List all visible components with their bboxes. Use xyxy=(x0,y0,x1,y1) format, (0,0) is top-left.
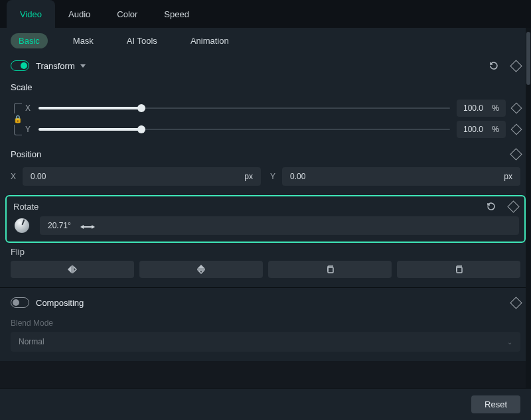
reset-icon xyxy=(489,60,499,71)
rotate-reset-button[interactable] xyxy=(485,200,497,212)
copy-icon xyxy=(325,265,335,274)
horizontal-drag-icon xyxy=(80,222,95,229)
scale-y-row: Y 100.0 % xyxy=(25,119,520,140)
bracket-top-icon xyxy=(14,103,22,113)
position-x-value: 0.00 xyxy=(31,172,46,181)
position-x-axis-label: X xyxy=(11,172,17,181)
position-row: X 0.00 px Y 0.00 px xyxy=(0,163,531,195)
flip-horizontal-icon xyxy=(67,265,78,274)
scale-y-axis-label: Y xyxy=(25,125,32,134)
scale-label: Scale xyxy=(11,82,33,92)
rotate-section: Rotate 20.71° xyxy=(5,195,526,243)
transform-header: Transform xyxy=(0,53,531,78)
tab-video-label: Video xyxy=(20,9,42,19)
position-y-value: 0.00 xyxy=(290,172,305,181)
reset-button-label: Reset xyxy=(485,399,507,409)
scale-x-value: 100.0 xyxy=(463,104,483,113)
chevron-down-icon xyxy=(80,64,86,68)
blend-mode-label: Blend Mode xyxy=(11,318,520,328)
svg-rect-1 xyxy=(457,267,462,273)
rotate-dial[interactable] xyxy=(15,218,29,233)
position-y-axis-label: Y xyxy=(270,172,277,181)
tab-speed[interactable]: Speed xyxy=(151,0,202,28)
blend-mode-value: Normal xyxy=(19,337,44,346)
flip-vertical-button[interactable] xyxy=(139,261,263,278)
tab-color-label: Color xyxy=(117,9,137,19)
flip-section: Flip xyxy=(0,243,531,287)
subtab-basic[interactable]: Basic xyxy=(11,33,48,48)
scale-y-slider[interactable] xyxy=(38,123,450,136)
chevron-down-icon: ⌄ xyxy=(507,338,512,346)
scale-y-unit: % xyxy=(492,125,499,134)
position-y-input[interactable]: 0.00 px xyxy=(282,167,520,186)
scale-y-value-input[interactable]: 100.0 % xyxy=(457,121,506,138)
tab-speed-label: Speed xyxy=(164,9,189,19)
rotate-value: 20.71° xyxy=(48,221,71,230)
position-x-unit: px xyxy=(244,172,253,181)
copy-icon xyxy=(454,265,463,274)
bracket-bottom-icon xyxy=(14,125,22,135)
rotate-label: Rotate xyxy=(13,202,38,212)
flip-vertical-icon xyxy=(196,264,206,275)
lock-button[interactable]: 🔒 xyxy=(13,115,23,123)
position-x-input[interactable]: 0.00 px xyxy=(23,167,261,186)
svg-rect-0 xyxy=(328,267,333,273)
rotate-value-input[interactable]: 20.71° xyxy=(40,216,519,235)
compositing-header: Compositing xyxy=(0,291,531,315)
scale-label-row: Scale xyxy=(0,78,531,96)
scale-y-value: 100.0 xyxy=(463,125,483,134)
flip-horizontal-button[interactable] xyxy=(11,261,134,278)
flip-label: Flip xyxy=(11,247,520,257)
subtab-basic-label: Basic xyxy=(19,36,40,46)
subtab-mask[interactable]: Mask xyxy=(65,33,102,48)
scrollbar[interactable] xyxy=(526,28,531,388)
subtab-animation-label: Animation xyxy=(190,36,229,46)
scale-lock-column: 🔒 xyxy=(11,103,25,135)
rotate-keyframe-button[interactable] xyxy=(507,200,519,212)
tab-audio-label: Audio xyxy=(68,9,90,19)
position-label-row: Position xyxy=(0,145,531,163)
subtab-animation[interactable]: Animation xyxy=(183,33,237,48)
scale-x-slider[interactable] xyxy=(38,102,450,115)
compositing-label: Compositing xyxy=(36,298,84,308)
subtab-mask-label: Mask xyxy=(73,36,94,46)
scale-x-keyframe-button[interactable] xyxy=(511,103,522,114)
reset-icon xyxy=(486,201,496,212)
scale-block: 🔒 X 100.0 % xyxy=(0,96,531,145)
scale-x-value-input[interactable]: 100.0 % xyxy=(457,100,506,117)
position-keyframe-button[interactable] xyxy=(510,148,522,160)
reset-button[interactable]: Reset xyxy=(471,395,520,413)
scale-x-axis-label: X xyxy=(25,104,32,113)
compositing-keyframe-button[interactable] xyxy=(510,297,522,309)
footer: Reset xyxy=(0,388,531,420)
tab-video[interactable]: Video xyxy=(7,0,55,28)
blend-mode-select[interactable]: Normal ⌄ xyxy=(11,332,520,352)
scale-x-unit: % xyxy=(492,104,499,113)
scale-x-row: X 100.0 % xyxy=(25,98,520,119)
sub-tabs: Basic Mask AI Tools Animation xyxy=(0,28,531,53)
subtab-ai-tools[interactable]: AI Tools xyxy=(119,33,165,48)
transform-keyframe-button[interactable] xyxy=(510,60,522,72)
transform-dropdown[interactable]: Transform xyxy=(36,61,86,71)
top-tabs: Video Audio Color Speed xyxy=(0,0,531,28)
position-label: Position xyxy=(11,149,41,159)
tab-color[interactable]: Color xyxy=(104,0,151,28)
tab-audio[interactable]: Audio xyxy=(55,0,104,28)
position-y-unit: px xyxy=(504,172,512,181)
blend-mode-block: Blend Mode Normal ⌄ xyxy=(0,315,531,361)
compositing-toggle[interactable] xyxy=(11,297,29,308)
scale-y-keyframe-button[interactable] xyxy=(511,124,522,135)
transform-label: Transform xyxy=(36,61,75,71)
scrollbar-thumb[interactable] xyxy=(526,32,530,85)
flip-copy-button-1[interactable] xyxy=(268,261,392,278)
subtab-ai-label: AI Tools xyxy=(127,36,157,46)
transform-toggle[interactable] xyxy=(11,60,29,71)
flip-copy-button-2[interactable] xyxy=(397,261,520,278)
transform-reset-button[interactable] xyxy=(488,60,500,72)
